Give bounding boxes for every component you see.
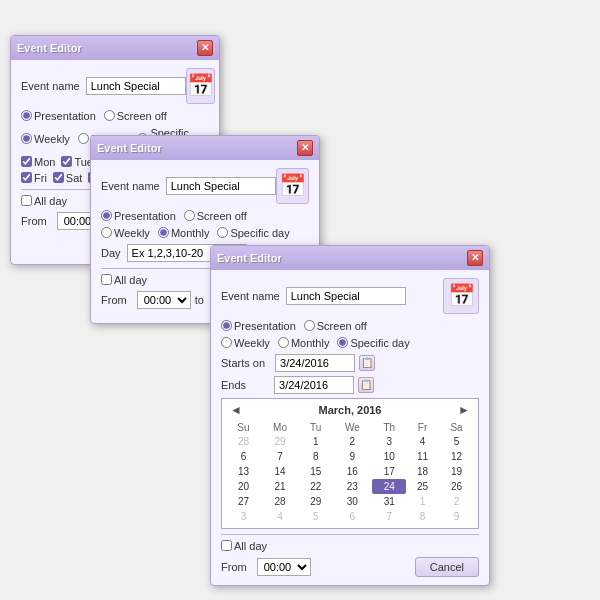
cal-day-cell[interactable]: 22	[299, 479, 332, 494]
from-time-select-3[interactable]: 00:00	[257, 558, 311, 576]
cal-day-cell[interactable]: 28	[261, 494, 299, 509]
to-label-2: to	[195, 294, 204, 306]
cal-day-cell[interactable]: 9	[332, 449, 372, 464]
cal-day-cell[interactable]: 3	[226, 509, 261, 524]
allday-row-3: All day	[221, 540, 479, 552]
cal-day-cell[interactable]: 4	[406, 434, 439, 449]
freq-radio-3: Weekly Monthly Specific day	[221, 337, 479, 349]
tue-checkbox[interactable]: Tue	[61, 156, 93, 168]
cal-day-cell[interactable]: 13	[226, 464, 261, 479]
from-time-select-2[interactable]: 00:00	[137, 291, 191, 309]
close-btn-2[interactable]: ✕	[297, 140, 313, 156]
ends-cal-trigger[interactable]: 📋	[358, 377, 374, 393]
calendar-icon-1: 📅	[186, 68, 215, 104]
allday-checkbox-1[interactable]: All day	[21, 195, 67, 207]
screenoff-radio-3[interactable]: Screen off	[304, 320, 367, 332]
cal-day-cell[interactable]: 29	[299, 494, 332, 509]
weekly-radio-2[interactable]: Weekly	[101, 227, 150, 239]
screenoff-radio-2[interactable]: Screen off	[184, 210, 247, 222]
specific-radio-3[interactable]: Specific day	[337, 337, 409, 349]
presentation-radio-1[interactable]: Presentation	[21, 110, 96, 122]
dialog-specific: Event Editor ✕ Event name 📅 Presentation…	[210, 245, 490, 586]
cal-day-cell[interactable]: 6	[332, 509, 372, 524]
cal-th-th: Th	[372, 421, 406, 434]
cal-day-cell[interactable]: 18	[406, 464, 439, 479]
cal-day-cell[interactable]: 6	[226, 449, 261, 464]
cal-day-cell[interactable]: 28	[226, 434, 261, 449]
cal-day-cell[interactable]: 10	[372, 449, 406, 464]
cal-week-row: 282912345	[226, 434, 474, 449]
cal-day-cell[interactable]: 2	[439, 494, 474, 509]
cal-day-cell[interactable]: 5	[299, 509, 332, 524]
monthly-radio-2[interactable]: Monthly	[158, 227, 210, 239]
cal-day-cell[interactable]: 11	[406, 449, 439, 464]
cal-day-cell[interactable]: 12	[439, 449, 474, 464]
cal-day-cell[interactable]: 26	[439, 479, 474, 494]
cal-day-cell[interactable]: 23	[332, 479, 372, 494]
fri-checkbox[interactable]: Fri	[21, 172, 47, 184]
ends-row: Ends 📋	[221, 376, 479, 394]
monthly-radio-3[interactable]: Monthly	[278, 337, 330, 349]
ends-date-input[interactable]	[274, 376, 354, 394]
cal-day-cell[interactable]: 17	[372, 464, 406, 479]
titlebar-3: Event Editor ✕	[211, 246, 489, 270]
cal-day-cell[interactable]: 30	[332, 494, 372, 509]
close-btn-1[interactable]: ✕	[197, 40, 213, 56]
weekly-radio-1[interactable]: Weekly	[21, 133, 70, 145]
starts-cal-trigger[interactable]: 📋	[359, 355, 375, 371]
cal-week-row: 20212223242526	[226, 479, 474, 494]
weekly-radio-3[interactable]: Weekly	[221, 337, 270, 349]
event-name-input-2[interactable]	[166, 177, 276, 195]
event-name-row-3: Event name 📅	[221, 278, 479, 314]
screenoff-radio-1[interactable]: Screen off	[104, 110, 167, 122]
cal-header: ◄ March, 2016 ►	[226, 403, 474, 417]
cal-prev-btn[interactable]: ◄	[226, 403, 246, 417]
cal-day-cell[interactable]: 24	[372, 479, 406, 494]
event-name-input-1[interactable]	[86, 77, 186, 95]
cal-day-cell[interactable]: 7	[372, 509, 406, 524]
cancel-button-3[interactable]: Cancel	[415, 557, 479, 577]
close-btn-3[interactable]: ✕	[467, 250, 483, 266]
cal-day-cell[interactable]: 20	[226, 479, 261, 494]
mon-checkbox[interactable]: Mon	[21, 156, 55, 168]
cal-next-btn[interactable]: ►	[454, 403, 474, 417]
cal-th-tu: Tu	[299, 421, 332, 434]
cal-th-we: We	[332, 421, 372, 434]
cal-day-cell[interactable]: 14	[261, 464, 299, 479]
freq-radio-2: Weekly Monthly Specific day	[101, 227, 309, 239]
presentation-radio-2[interactable]: Presentation	[101, 210, 176, 222]
cal-day-cell[interactable]: 7	[261, 449, 299, 464]
cal-day-cell[interactable]: 3	[372, 434, 406, 449]
cal-day-cell[interactable]: 21	[261, 479, 299, 494]
presentation-radio-3[interactable]: Presentation	[221, 320, 296, 332]
cal-day-cell[interactable]: 19	[439, 464, 474, 479]
event-name-input-3[interactable]	[286, 287, 406, 305]
cal-day-cell[interactable]: 16	[332, 464, 372, 479]
cal-day-cell[interactable]: 25	[406, 479, 439, 494]
sat-checkbox[interactable]: Sat	[53, 172, 83, 184]
cal-day-cell[interactable]: 27	[226, 494, 261, 509]
specific-radio-2[interactable]: Specific day	[217, 227, 289, 239]
dialog3-content: Event name 📅 Presentation Screen off Wee…	[211, 270, 489, 585]
allday-checkbox-2[interactable]: All day	[101, 274, 147, 286]
cal-day-cell[interactable]: 8	[299, 449, 332, 464]
event-name-label-3: Event name	[221, 290, 280, 302]
cal-day-cell[interactable]: 1	[299, 434, 332, 449]
cal-day-cell[interactable]: 8	[406, 509, 439, 524]
allday-checkbox-3[interactable]: All day	[221, 540, 267, 552]
cal-day-cell[interactable]: 5	[439, 434, 474, 449]
cal-day-cell[interactable]: 2	[332, 434, 372, 449]
event-name-row-1: Event name 📅	[21, 68, 209, 104]
cal-day-cell[interactable]: 4	[261, 509, 299, 524]
cal-day-cell[interactable]: 1	[406, 494, 439, 509]
cal-day-cell[interactable]: 31	[372, 494, 406, 509]
cal-day-cell[interactable]: 15	[299, 464, 332, 479]
calendar-icon-3: 📅	[443, 278, 479, 314]
mode-radio-3: Presentation Screen off	[221, 320, 479, 332]
starts-date-input[interactable]	[275, 354, 355, 372]
titlebar-1: Event Editor ✕	[11, 36, 219, 60]
cal-day-cell[interactable]: 9	[439, 509, 474, 524]
cal-day-cell[interactable]: 29	[261, 434, 299, 449]
time-row-3: From 00:00	[221, 558, 311, 576]
ends-label: Ends	[221, 379, 246, 391]
